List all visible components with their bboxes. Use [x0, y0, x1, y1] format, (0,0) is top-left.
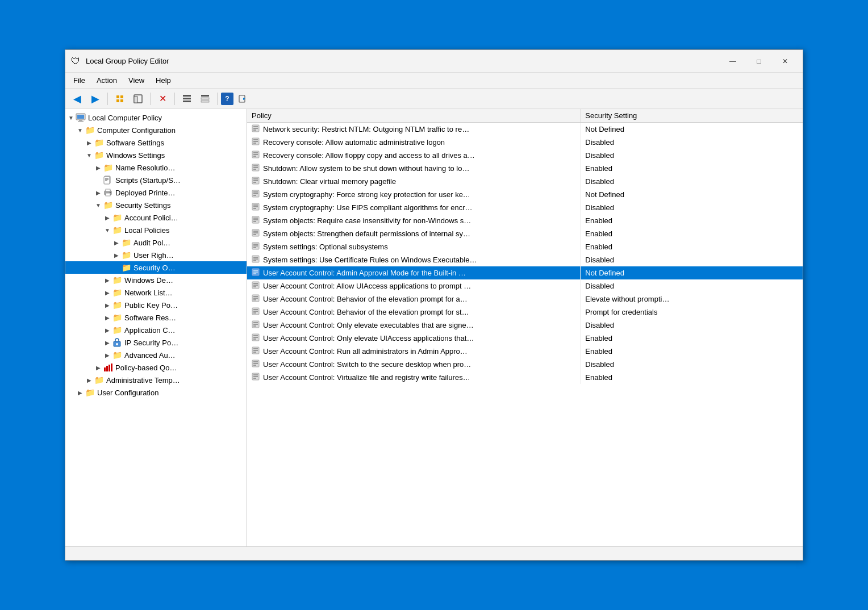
expand-public-key[interactable]: ▶: [103, 302, 112, 308]
show-hide-button[interactable]: [130, 91, 147, 107]
tree-item-computer-config[interactable]: ▼ 📁 Computer Configuration: [65, 124, 247, 136]
maximize-button[interactable]: □: [746, 52, 772, 70]
tree-item-local-policies[interactable]: ▼ 📁 Local Policies: [65, 224, 247, 236]
content-scroll[interactable]: Policy Security Setting Network security…: [247, 109, 803, 546]
tree-label-windows-defender: Windows De…: [124, 276, 173, 285]
expand-software-restriction[interactable]: ▶: [103, 315, 112, 321]
table-row[interactable]: Shutdown: Clear virtual memory pagefileD…: [247, 175, 803, 188]
table-row[interactable]: System settings: Optional subsystemsEnab…: [247, 240, 803, 253]
tree-label-ip-security: IP Security Po…: [124, 339, 178, 347]
tree-item-scripts[interactable]: ▶ Scripts (Startup/S…: [65, 174, 247, 186]
expand-network-list[interactable]: ▶: [103, 290, 112, 296]
tree-item-public-key[interactable]: ▶ 📁 Public Key Po…: [65, 299, 247, 311]
expand-name-resolution[interactable]: ▶: [94, 165, 103, 171]
expand-software-settings[interactable]: ▶: [85, 140, 94, 146]
expand-audit-pol[interactable]: ▶: [112, 240, 121, 246]
tree-item-windows-defender[interactable]: ▶ 📁 Windows De…: [65, 274, 247, 286]
tree-item-user-rights[interactable]: ▶ 📁 User Righ…: [65, 249, 247, 261]
menu-action[interactable]: Action: [91, 74, 123, 87]
table-row[interactable]: System cryptography: Use FIPS compliant …: [247, 201, 803, 214]
tree-item-ip-security[interactable]: ▶ IP Security Po…: [65, 336, 247, 349]
tree-item-admin-templates[interactable]: ▶ 📁 Administrative Temp…: [65, 374, 247, 386]
table-row[interactable]: User Account Control: Virtualize file an…: [247, 371, 803, 384]
table-row[interactable]: User Account Control: Admin Approval Mod…: [247, 266, 803, 279]
expand-local-computer[interactable]: ▼: [66, 115, 76, 121]
properties-button[interactable]: [178, 91, 195, 107]
export-button[interactable]: [197, 91, 214, 107]
menu-help[interactable]: Help: [150, 74, 177, 87]
tree-label-account-policies: Account Polici…: [124, 214, 178, 222]
table-row[interactable]: User Account Control: Behavior of the el…: [247, 293, 803, 306]
toolbar-sep-3: [174, 93, 175, 105]
app-icon: 🛡: [70, 56, 81, 67]
svg-rect-24: [106, 193, 110, 196]
tree-item-software-restriction[interactable]: ▶ 📁 Software Res…: [65, 311, 247, 324]
expand-security-settings[interactable]: ▼: [94, 202, 103, 208]
policy-icon: [252, 216, 261, 225]
table-row[interactable]: System settings: Use Certificate Rules o…: [247, 253, 803, 266]
expand-admin-templates[interactable]: ▶: [85, 377, 94, 383]
table-row[interactable]: Recovery console: Allow floppy copy and …: [247, 149, 803, 162]
table-row[interactable]: User Account Control: Only elevate UIAcc…: [247, 332, 803, 345]
minimize-button[interactable]: —: [720, 52, 746, 70]
tree-item-security-settings[interactable]: ▼ 📁 Security Settings: [65, 199, 247, 211]
tree-item-security-options[interactable]: ▶ 📁 Security O…: [65, 261, 247, 274]
table-row[interactable]: Recovery console: Allow automatic admini…: [247, 136, 803, 149]
tree-label-software-settings: Software Settings: [106, 139, 164, 147]
tree-item-windows-settings[interactable]: ▼ 📁 Windows Settings: [65, 149, 247, 161]
column-header-setting[interactable]: Security Setting: [581, 109, 803, 123]
tree-item-audit-pol[interactable]: ▶ 📁 Audit Pol…: [65, 236, 247, 249]
forward-button[interactable]: ▶: [87, 91, 104, 107]
expand-application-control[interactable]: ▶: [103, 327, 112, 333]
expand-ip-security[interactable]: ▶: [103, 340, 112, 346]
help-button[interactable]: ?: [221, 93, 233, 105]
expand-windows-defender[interactable]: ▶: [103, 277, 112, 283]
delete-button[interactable]: ✕: [154, 91, 171, 107]
tree-item-name-resolution[interactable]: ▶ 📁 Name Resolutio…: [65, 161, 247, 174]
menu-view[interactable]: View: [123, 74, 150, 87]
table-row[interactable]: User Account Control: Allow UIAccess app…: [247, 279, 803, 293]
policy-icon: [252, 190, 261, 199]
table-row[interactable]: User Account Control: Only elevate execu…: [247, 319, 803, 332]
column-header-policy[interactable]: Policy: [247, 109, 581, 123]
up-button[interactable]: [111, 91, 128, 107]
run-button[interactable]: [235, 91, 252, 107]
close-button[interactable]: ✕: [772, 52, 798, 70]
expand-account-policies[interactable]: ▶: [103, 215, 112, 221]
tree-label-security-settings: Security Settings: [115, 201, 171, 210]
folder-icon-application-control: 📁: [112, 325, 122, 335]
table-row[interactable]: System cryptography: Force strong key pr…: [247, 188, 803, 201]
tree-item-network-list[interactable]: ▶ 📁 Network List…: [65, 286, 247, 299]
tree-item-user-config[interactable]: ▶ 📁 User Configuration: [65, 386, 247, 399]
expand-policy-based-qos[interactable]: ▶: [94, 365, 103, 371]
tree-label-security-options: Security O…: [133, 264, 176, 272]
expand-advanced-audit[interactable]: ▶: [103, 352, 112, 358]
toolbar-sep-1: [107, 93, 108, 105]
table-row[interactable]: System objects: Strengthen default permi…: [247, 227, 803, 240]
tree-item-deployed-printers[interactable]: ▶ Deployed Printe…: [65, 186, 247, 199]
expand-user-config[interactable]: ▶: [76, 390, 85, 396]
folder-icon-user-config: 📁: [85, 388, 95, 397]
tree-item-account-policies[interactable]: ▶ 📁 Account Polici…: [65, 211, 247, 224]
tree-item-application-control[interactable]: ▶ 📁 Application C…: [65, 324, 247, 336]
expand-windows-settings[interactable]: ▼: [85, 152, 94, 158]
table-row[interactable]: Shutdown: Allow system to be shut down w…: [247, 162, 803, 175]
back-button[interactable]: ◀: [69, 91, 86, 107]
expand-deployed-printers[interactable]: ▶: [94, 190, 103, 196]
setting-cell: Not Defined: [581, 266, 803, 279]
expand-user-rights[interactable]: ▶: [112, 252, 121, 258]
menu-file[interactable]: File: [68, 74, 91, 87]
table-row[interactable]: User Account Control: Behavior of the el…: [247, 306, 803, 319]
table-row[interactable]: User Account Control: Switch to the secu…: [247, 358, 803, 371]
tree-item-policy-based-qos[interactable]: ▶ Policy-based Qo…: [65, 361, 247, 374]
tree-item-software-settings[interactable]: ▶ 📁 Software Settings: [65, 136, 247, 149]
tree-label-name-resolution: Name Resolutio…: [115, 164, 176, 172]
policy-text: System cryptography: Force strong key pr…: [263, 190, 470, 199]
tree-item-advanced-audit[interactable]: ▶ 📁 Advanced Au…: [65, 349, 247, 361]
table-row[interactable]: Network security: Restrict NTLM: Outgoin…: [247, 123, 803, 136]
tree-item-local-computer[interactable]: ▼ Local Computer Policy: [65, 111, 247, 124]
table-row[interactable]: System objects: Require case insensitivi…: [247, 214, 803, 227]
expand-local-policies[interactable]: ▼: [103, 227, 112, 233]
table-row[interactable]: User Account Control: Run all administra…: [247, 345, 803, 358]
expand-computer-config[interactable]: ▼: [76, 127, 85, 133]
